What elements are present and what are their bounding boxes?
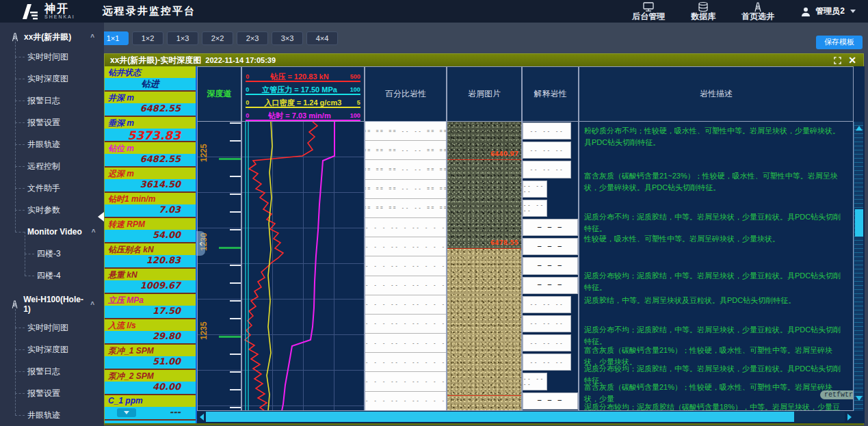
depth-major-tick — [219, 336, 241, 338]
lithology-row: - - - -- - -- - - - — [365, 218, 446, 237]
nav-item-2[interactable]: 首页选井 — [741, 1, 774, 21]
param-dropdown-button[interactable] — [117, 408, 136, 417]
cuttings-photo — [447, 248, 521, 411]
sidebar-item-文件助手[interactable]: 文件助手 — [15, 177, 104, 199]
param-label: 入流 l/s — [105, 319, 196, 331]
lithology-row: - - - -- - -- - - - — [365, 295, 446, 315]
window-title: xx井(新井眼)-实时深度图 — [110, 55, 201, 66]
sidebar-item-报警日志[interactable]: 报警日志 — [15, 90, 104, 111]
sidebar-item-报警设置[interactable]: 报警设置 — [15, 111, 104, 133]
sidebar-item-四楼-3[interactable]: 四楼-3 — [25, 243, 104, 265]
param-row-9: 立压 MPa17.50 — [105, 294, 196, 319]
horizontal-scrollbar[interactable] — [197, 412, 854, 422]
hover-tooltip: retfwtrey — [820, 390, 854, 399]
param-value: 钻进 — [105, 78, 196, 90]
depth-major-tick — [219, 158, 241, 160]
param-value: 6482.55 — [105, 154, 196, 166]
lithology-row: - - - -- - -- - - - — [365, 334, 446, 353]
interp-block: -- -- -- — [523, 181, 547, 198]
sidebar-item-实时时间图[interactable]: 实时时间图 — [15, 317, 104, 338]
horizontal-scroll-thumb[interactable] — [206, 412, 794, 422]
sidebar-item-四楼-4[interactable]: 四楼-4 — [25, 265, 104, 287]
sample-boundary-line — [447, 395, 521, 396]
panel-collapse-handle[interactable]: ‹ — [196, 231, 205, 256]
scroll-right-button[interactable] — [845, 412, 854, 422]
sidebar-item-井眼轨迹[interactable]: 井眼轨迹 — [15, 133, 104, 155]
interp-block: — — — — [523, 238, 578, 255]
vertical-scrollbar[interactable] — [854, 122, 863, 411]
app-root: 神开 SHENKAI 远程录井监控平台 后台管理数据库首页选井管理员2 1×11… — [0, 0, 868, 426]
scroll-right-icon — [847, 414, 852, 421]
nav-item-0[interactable]: 后台管理 — [632, 1, 665, 21]
layout-button-2×3[interactable]: 2×3 — [237, 31, 268, 45]
sample-boundary-line — [447, 248, 521, 249]
scroll-down-icon[interactable] — [856, 396, 863, 401]
lithology-row: - - - -- - -- - - - — [365, 372, 446, 391]
param-row-2: 垂深 m5373.83 — [105, 117, 196, 142]
depth-minor-tick — [230, 318, 241, 319]
lithology-description-track: 粉砂质分布不均；性较硬，吸水性、可塑性中等。岩屑呈块状，少量碎块状。具PDC钻头… — [579, 122, 854, 411]
param-value: 40.00 — [105, 382, 196, 394]
sidebar-item-实时参数[interactable]: 实时参数 — [15, 199, 104, 221]
param-label: 井深 m — [105, 92, 196, 103]
brand-subname: SHENKAI — [44, 14, 75, 20]
nav-item-label: 首页选井 — [741, 12, 774, 21]
sidebar-item-实时深度图[interactable]: 实时深度图 — [15, 68, 104, 90]
sidebar-item-报警设置[interactable]: 报警设置 — [15, 382, 104, 404]
param-value: 17.50 — [105, 306, 196, 318]
layout-button-4×4[interactable]: 4×4 — [306, 31, 338, 45]
depth-minor-tick — [230, 354, 241, 355]
sidebar-item-实时时间图[interactable]: 实时时间图 — [15, 46, 104, 68]
chevron-up-icon[interactable]: ^ — [92, 228, 96, 236]
brand-name: 神开 — [44, 3, 75, 15]
chevron-up-icon[interactable]: ^ — [90, 301, 94, 308]
param-row-8: 悬重 kN1009.67 — [105, 269, 196, 294]
interp-row: — — — — [523, 276, 578, 295]
save-template-button[interactable]: 保存模板 — [816, 36, 863, 49]
param-row-12: 泵冲_2 SPM40.00 — [105, 370, 196, 395]
layout-button-2×2[interactable]: 2×2 — [202, 31, 233, 45]
maximize-icon[interactable] — [834, 57, 841, 64]
param-row-7: 钻压别名 kN120.83 — [105, 243, 196, 269]
curve-max: 5 — [357, 100, 360, 107]
sidebar-item-实时深度图[interactable]: 实时深度图 — [15, 338, 104, 360]
param-value: 29.80 — [105, 331, 196, 343]
interp-block: -- -- -- — [523, 122, 571, 139]
depth-minor-tick — [230, 140, 241, 142]
param-label: 钻位 m — [105, 142, 196, 154]
nav-item-1[interactable]: 数据库 — [691, 1, 715, 21]
window-timestamp: 2022-11-14 17:05:39 — [205, 56, 276, 64]
param-value: 1009.67 — [105, 280, 196, 293]
navbar-menu: 后台管理数据库首页选井管理员2 — [632, 1, 868, 21]
percent-lithology-track: == == == -- -- == ==== == == -- -- == ==… — [365, 122, 447, 411]
depth-label: 1235 — [199, 330, 209, 340]
sidebar-collapse-arrow-icon[interactable] — [98, 212, 104, 222]
depth-chart-area: ‹ 深度道0钻压 = 120.83 kN5000立管压力 = 17.50 MPa… — [197, 66, 865, 423]
sidebar-item-井眼轨迹[interactable]: 井眼轨迹 — [15, 404, 104, 426]
depth-minor-tick — [230, 371, 241, 373]
interp-row: -- -- -- — [523, 180, 578, 199]
scroll-left-button[interactable] — [197, 412, 206, 422]
sidebar-item-Monitor Video[interactable]: Monitor Video^ — [15, 221, 104, 243]
layout-button-1×3[interactable]: 1×3 — [167, 31, 198, 45]
curve-legend-header: 0钻压 = 120.83 kN5000立管压力 = 17.50 MPa1000入… — [241, 66, 365, 122]
curve-legend-3: 0钻时 = 7.03 min/m100 — [246, 108, 360, 121]
curve-line-0 — [245, 122, 317, 411]
vertical-scroll-thumb[interactable] — [855, 209, 863, 237]
chevron-up-icon[interactable]: ^ — [90, 34, 94, 41]
param-row-4: 迟深 m3614.50 — [105, 168, 196, 193]
layout-button-1×2[interactable]: 1×2 — [132, 31, 163, 45]
layout-button-3×3[interactable]: 3×3 — [272, 31, 303, 45]
sidebar-item-远程控制[interactable]: 远程控制 — [15, 155, 104, 177]
curve-equation: 入口密度 = 1.24 g/cm3 — [249, 98, 356, 107]
depth-minor-tick — [230, 407, 241, 408]
sidebar-item-报警日志[interactable]: 报警日志 — [15, 360, 104, 382]
scroll-up-icon[interactable] — [856, 126, 863, 131]
interp-block: -- -- -- — [523, 200, 547, 217]
depth-minor-tick — [230, 229, 241, 230]
interp-block: -- -- -- — [523, 334, 571, 351]
description-paragraph: 粉砂质分布不均；性较硬，吸水性、可塑性中等。岩屑呈块状，少量碎块状。具PDC钻头… — [584, 125, 843, 148]
close-icon[interactable]: ✕ — [848, 55, 856, 65]
param-row-5: 钻时1 min/m7.03 — [105, 193, 196, 218]
user-menu[interactable]: 管理员2 — [800, 5, 856, 17]
